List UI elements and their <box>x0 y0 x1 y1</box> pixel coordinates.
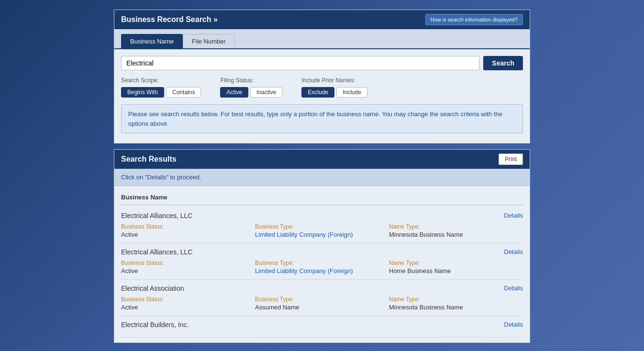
details-link[interactable]: Details <box>504 285 523 292</box>
business-status-value: Active <box>121 304 255 311</box>
business-status-label: Business Status: <box>121 223 255 230</box>
business-status-label: Business Status: <box>121 260 255 266</box>
name-type-value: Minnesota Business Name <box>389 304 523 311</box>
name-type-value: Minnesota Business Name <box>389 231 523 238</box>
search-button[interactable]: Search <box>483 56 523 70</box>
main-container: Business Record Search » How is search i… <box>114 10 530 343</box>
click-details-bar: Click on "Details" to proceed. <box>114 169 530 186</box>
business-status-value: Active <box>121 231 255 238</box>
filing-status-buttons: Active Inactive <box>220 87 282 98</box>
table-row: Electrical Alliances, LLC Details Busine… <box>121 243 523 280</box>
meta-col-status: Business Status: Active <box>121 223 255 238</box>
scope-buttons: Begins With Contains <box>121 87 201 98</box>
search-panel: Business Record Search » How is search i… <box>114 10 530 143</box>
prior-names-buttons: Exclude Include <box>301 87 367 98</box>
name-type-value: Home Business Name <box>389 267 523 274</box>
result-name-row: Electrical Association Details <box>121 285 523 292</box>
results-panel: Search Results Print Click on "Details" … <box>114 149 530 343</box>
name-type-label: Name Type: <box>389 223 523 230</box>
meta-col-nametype: Name Type: Home Business Name <box>389 260 523 274</box>
prior-names-exclude[interactable]: Exclude <box>301 87 334 98</box>
meta-col-type: Business Type: Assumed Name <box>255 296 389 311</box>
details-link[interactable]: Details <box>504 212 523 219</box>
search-input[interactable] <box>121 56 479 70</box>
result-name-row: Electrical Alliances, LLC Details <box>121 212 523 219</box>
meta-col-type: Business Type: Limited Liability Company… <box>255 260 389 274</box>
meta-col-nametype: Name Type: Minnesota Business Name <box>389 223 523 238</box>
result-name-row: Electrical Alliances, LLC Details <box>121 248 523 256</box>
filing-status-group: Filing Status: Active Inactive <box>220 77 282 98</box>
tab-business-name[interactable]: Business Name <box>121 34 183 48</box>
details-link[interactable]: Details <box>504 321 523 328</box>
scope-group: Search Scope: Begins With Contains <box>121 77 201 98</box>
results-table: Business Name Electrical Alliances, LLC … <box>114 186 530 342</box>
name-type-label: Name Type: <box>389 296 523 303</box>
business-type-label: Business Type: <box>255 296 389 303</box>
scope-begins-with[interactable]: Begins With <box>121 87 164 98</box>
result-name: Electrical Alliances, LLC <box>121 248 192 256</box>
results-title: Search Results <box>121 155 177 164</box>
result-meta: Business Status: Active Business Type: L… <box>121 223 523 238</box>
details-link[interactable]: Details <box>504 248 523 255</box>
name-type-label: Name Type: <box>389 260 523 266</box>
result-meta: Business Status: Active Business Type: L… <box>121 260 523 274</box>
info-message: Please see search results below. For bes… <box>121 104 523 133</box>
search-panel-header: Business Record Search » How is search i… <box>114 10 530 29</box>
scope-contains[interactable]: Contains <box>166 87 201 98</box>
print-button[interactable]: Print <box>499 154 523 165</box>
search-panel-title: Business Record Search » <box>121 15 218 24</box>
filing-status-label: Filing Status: <box>220 77 282 84</box>
search-body: Search Search Scope: Begins With Contain… <box>114 49 530 143</box>
status-active[interactable]: Active <box>220 87 248 98</box>
meta-col-status: Business Status: Active <box>121 260 255 274</box>
results-header: Search Results Print <box>114 150 530 169</box>
prior-names-include[interactable]: Include <box>336 87 367 98</box>
prior-names-label: Include Prior Names: <box>301 77 367 84</box>
business-status-value: Active <box>121 267 255 274</box>
business-type-value[interactable]: Limited Liability Company (Foreign) <box>255 267 389 274</box>
meta-col-status: Business Status: Active <box>121 296 255 311</box>
table-row: Electrical Association Details Business … <box>121 280 523 316</box>
business-type-label: Business Type: <box>255 223 389 230</box>
business-type-value: Assumed Name <box>255 304 389 311</box>
scope-label: Search Scope: <box>121 77 201 84</box>
meta-col-nametype: Name Type: Minnesota Business Name <box>389 296 523 311</box>
search-row: Search <box>121 56 523 70</box>
status-inactive[interactable]: Inactive <box>250 87 282 98</box>
table-row: Electrical Builders, Inc. Details <box>121 316 523 338</box>
result-meta: Business Status: Active Business Type: A… <box>121 296 523 311</box>
options-row: Search Scope: Begins With Contains Filin… <box>121 77 523 98</box>
business-type-value[interactable]: Limited Liability Company (Foreign) <box>255 231 389 238</box>
meta-col-type: Business Type: Limited Liability Company… <box>255 223 389 238</box>
business-status-label: Business Status: <box>121 296 255 303</box>
tab-file-number[interactable]: File Number <box>183 34 235 48</box>
tab-bar: Business Name File Number <box>114 29 530 49</box>
how-search-button[interactable]: How is search information displayed? <box>425 14 523 25</box>
result-name: Electrical Alliances, LLC <box>121 212 192 219</box>
business-type-label: Business Type: <box>255 260 389 266</box>
result-name-row: Electrical Builders, Inc. Details <box>121 321 523 329</box>
result-name: Electrical Builders, Inc. <box>121 321 189 329</box>
result-name: Electrical Association <box>121 285 184 292</box>
column-header: Business Name <box>121 191 523 205</box>
table-row: Electrical Alliances, LLC Details Busine… <box>121 207 523 243</box>
prior-names-group: Include Prior Names: Exclude Include <box>301 77 367 98</box>
